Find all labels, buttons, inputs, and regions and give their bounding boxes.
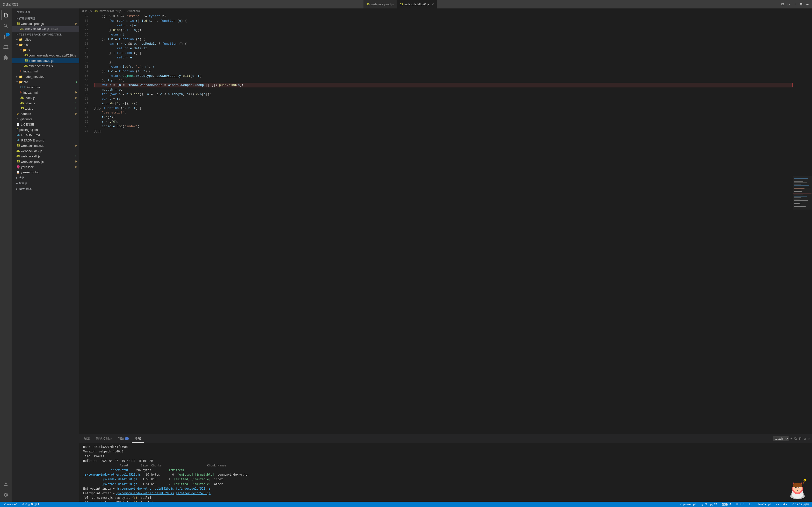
file-badge-m: M [75, 91, 77, 94]
panel-tab-output[interactable]: 输出 [81, 434, 93, 443]
tree-gitee[interactable]: ▸ 📁 .gitee [12, 37, 79, 42]
section-label: 时间线 [19, 181, 28, 185]
close-panel-icon[interactable]: ✕ [808, 437, 810, 441]
tree-src[interactable]: ▾ 📂 src ● [12, 79, 79, 84]
terminal-line: js/other.de1df520.js 1.54 KiB 2 [emitted… [83, 482, 808, 487]
trash-terminal-icon[interactable]: 🗑 [799, 437, 802, 441]
activity-git[interactable]: 10 [1, 32, 11, 41]
language-label: JavaScript [757, 503, 771, 506]
eol-status[interactable]: LF [748, 502, 753, 507]
activity-search[interactable] [1, 21, 11, 31]
js-file-icon: JS [16, 149, 20, 153]
js-file-icon: JS [16, 160, 20, 163]
file-name: webpack.dev.js [21, 149, 42, 153]
activity-settings[interactable] [1, 490, 11, 500]
sidebar: 资源管理器 ⋯ ▾ 打开的编辑器 JS webpack.prod.js M ✕ [12, 8, 79, 502]
tree-index-css[interactable]: CSS index.css [12, 84, 79, 90]
project-title[interactable]: ▾ TEST-WEBPACK-OPTIMIZATION [12, 32, 79, 37]
branch-status[interactable]: ⎇ master* [2, 502, 18, 507]
status-bar: ⎇ master* ⊗ 0 △ 0 ⓘ 1 ✓ javascript 行 71，… [0, 502, 812, 507]
code-line-63: return l.d(r, "a", r), r [94, 64, 793, 69]
tree-index-html-dist[interactable]: H index.html [12, 68, 79, 74]
code-area[interactable]: }), 2 & e && "string" != typeof r) for (… [91, 14, 793, 434]
iceworks-status[interactable]: Iceworks [774, 502, 788, 507]
tab-webpack-prod[interactable]: JS webpack.prod.js [363, 0, 397, 8]
mascot: ★ [788, 478, 807, 500]
file-name: README.md [21, 133, 40, 137]
chevron-up-icon[interactable]: ∧ [804, 437, 806, 441]
open-editors-title[interactable]: ▾ 打开的编辑器 [12, 16, 79, 21]
tree-yarn-lock[interactable]: 🧶 yarn.lock M [12, 164, 79, 169]
breadcrumb-sep2: › [93, 9, 94, 13]
time-status[interactable]: ⊙ 19:19 分钟 [791, 502, 810, 507]
terminal-content[interactable]: Hash: de1df52077de64f859e1 Version: webp… [79, 443, 812, 502]
panel-tab-terminal[interactable]: 终端 [132, 434, 144, 443]
npm-title[interactable]: ▸ NPM 脚本 [12, 186, 79, 191]
breadcrumb-js[interactable]: js [90, 9, 92, 13]
tree-index-js[interactable]: JS index.de1df520.js [12, 58, 79, 63]
new-file-icon[interactable]: ⋯ [72, 11, 75, 14]
tree-readme-md[interactable]: M↓ README.md [12, 132, 79, 137]
open-editor-webpack-prod[interactable]: JS webpack.prod.js M [12, 21, 79, 26]
code-line-70: var s = r; [94, 97, 793, 101]
activity-explorer[interactable] [1, 10, 11, 20]
tree-yarn-error-log[interactable]: 📋 yarn-error.log [12, 169, 79, 175]
split-editor-icon[interactable]: ⧉ [780, 1, 785, 7]
tab-close-icon[interactable]: ✕ [432, 3, 434, 6]
file-name: other.de1df520.js [29, 64, 53, 68]
tree-package-json[interactable]: {} package.json [12, 127, 79, 132]
split-terminal-icon[interactable]: ⧉ [794, 437, 797, 441]
tree-node-modules[interactable]: ▸ 📁 node_modules [12, 74, 79, 79]
add-terminal-icon[interactable]: + [791, 437, 793, 441]
close-icon[interactable]: ✕ [16, 27, 18, 31]
tree-license[interactable]: 📄 LICENSE [12, 122, 79, 127]
open-editor-index[interactable]: ✕ JS index.de1df520.js dist/js [12, 26, 79, 32]
position-status[interactable]: 行 71，列 24 [700, 502, 718, 507]
outline-title[interactable]: ▸ 大纲 [12, 175, 79, 180]
tree-test-js[interactable]: JS test.js U [12, 106, 79, 111]
editor[interactable]: 52 53 54 55 56 57 58 59 60 61 62 63 64 6… [79, 14, 812, 434]
tree-gitignore[interactable]: ⊙ .gitignore [12, 116, 79, 122]
tree-babelrc[interactable]: ⚙ .babelrc M [12, 111, 79, 116]
panel-tab-debug[interactable]: 调试控制台 [93, 434, 115, 443]
tree-webpack-prod[interactable]: JS webpack.prod.js M [12, 159, 79, 164]
tree-index-js-src[interactable]: JS index.js M [12, 95, 79, 101]
code-line-54: return r[e] [94, 23, 793, 28]
file-name: .gitee [24, 38, 32, 41]
tree-readme-en-md[interactable]: M↓ README.en.md [12, 137, 79, 143]
language-status[interactable]: JavaScript [756, 502, 772, 507]
error-count: 0 [26, 503, 27, 506]
tree-dist[interactable]: ▾ 📂 dist [12, 42, 79, 47]
terminal-select[interactable]: 1: zsh [773, 436, 789, 441]
layout-icon[interactable]: ⊞ [799, 1, 804, 7]
tree-js[interactable]: ▾ 📂 js [12, 47, 79, 53]
tree-webpack-base[interactable]: JS webpack.base.js M [12, 143, 79, 148]
tree-common-js[interactable]: JS common~index~other.de1df520.js [12, 53, 79, 58]
panel-tab-problems[interactable]: 问题 1 [115, 434, 132, 443]
encoding-status[interactable]: UTF-8 [735, 502, 745, 507]
js-icon: JS [400, 3, 403, 6]
tree-webpack-dev[interactable]: JS webpack.dev.js [12, 148, 79, 154]
spaces-status[interactable]: 空格: 4 [721, 502, 732, 507]
title-text: 资源管理器 [2, 2, 20, 6]
activity-extensions[interactable] [1, 53, 11, 62]
breadcrumb-dist[interactable]: dist [82, 9, 87, 13]
run-icon[interactable]: ▷ [786, 1, 791, 7]
breadcrumb-function[interactable]: ⬦ <function> [124, 9, 140, 13]
tree-webpack-dll[interactable]: JS webpack.dll.js U [12, 154, 79, 159]
breadcrumb-file[interactable]: JS index.de1df520.js [95, 9, 121, 13]
new-terminal-icon[interactable]: + [793, 2, 797, 7]
activity-account[interactable] [1, 480, 11, 489]
tree-other-js[interactable]: JS other.de1df520.js [12, 63, 79, 68]
code-line-65: return Object.prototype.hasOwnProperty.c… [94, 74, 793, 78]
timeline-title[interactable]: ▸ 时间线 [12, 181, 79, 186]
tree-index-html-src[interactable]: H index.html M [12, 90, 79, 95]
tab-index-de1df520[interactable]: JS index.de1df520.js ✕ [397, 0, 437, 8]
more-icon[interactable]: ⋯ [805, 1, 810, 7]
chevron-down-icon3: ▾ [20, 49, 22, 52]
errors-status[interactable]: ⊗ 0 △ 0 ⓘ 1 [21, 502, 40, 507]
tree-other-js-src[interactable]: JS other.js U [12, 101, 79, 106]
encoding-label: UTF-8 [736, 503, 744, 506]
activity-debug[interactable] [1, 42, 11, 52]
javascript-status[interactable]: ✓ javascript [679, 502, 697, 507]
